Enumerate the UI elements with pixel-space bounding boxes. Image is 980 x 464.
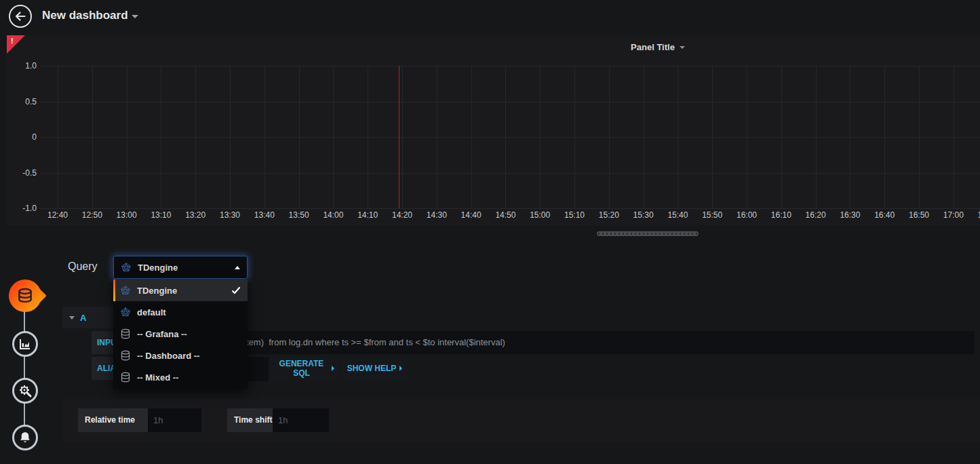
datasource-option-grafana[interactable]: -- Grafana -- bbox=[113, 323, 248, 345]
gridline-vertical bbox=[402, 66, 403, 208]
x-tick-label: 12:40 bbox=[47, 210, 68, 220]
generate-sql-button[interactable]: GENERATE SQL bbox=[271, 357, 338, 380]
x-tick-label: 14:10 bbox=[357, 210, 378, 220]
x-tick-label: 17:10 bbox=[978, 210, 980, 220]
database-icon bbox=[16, 287, 34, 305]
x-tick-label: 15:30 bbox=[633, 210, 654, 220]
show-help-button[interactable]: SHOW HELP bbox=[342, 357, 407, 380]
dashboard-title[interactable]: New dashboard bbox=[42, 9, 128, 22]
graph-panel: ! Panel Title 1.00.50-0.5-1.0 12:4012:50… bbox=[7, 35, 980, 225]
graph-icon bbox=[18, 337, 32, 351]
datasource-menu: TDengine default bbox=[113, 279, 248, 388]
gear-wrench-icon bbox=[18, 383, 33, 398]
relative-time-input[interactable] bbox=[148, 408, 201, 432]
tab-general-settings[interactable] bbox=[12, 378, 38, 404]
relative-time-label: Relative time bbox=[78, 408, 148, 432]
time-shift-label: Time shift bbox=[227, 408, 273, 432]
gridline-vertical bbox=[747, 66, 747, 208]
datasource-option-label: -- Grafana -- bbox=[137, 329, 187, 339]
x-tick-label: 14:00 bbox=[323, 210, 343, 220]
gridline-vertical bbox=[884, 66, 885, 208]
tab-alert[interactable] bbox=[12, 425, 38, 450]
gridline-vertical bbox=[678, 66, 678, 208]
show-help-label: SHOW HELP bbox=[347, 364, 397, 373]
x-tick-label: 13:30 bbox=[220, 210, 240, 220]
gridline-vertical bbox=[264, 66, 265, 208]
y-tick-label: 0.5 bbox=[25, 97, 37, 107]
x-tick-label: 14:20 bbox=[392, 210, 412, 220]
query-row-letter: A bbox=[80, 313, 86, 323]
gridline-vertical bbox=[574, 66, 575, 208]
datasource-option-label: -- Dashboard -- bbox=[137, 351, 199, 361]
gridline-vertical bbox=[127, 66, 128, 208]
panel-title-menu[interactable]: Panel Title bbox=[597, 40, 719, 54]
time-shift-input[interactable] bbox=[273, 408, 329, 432]
gridline-vertical bbox=[58, 66, 58, 208]
gridline-vertical bbox=[161, 66, 161, 208]
gridline-vertical bbox=[195, 66, 196, 208]
back-button[interactable] bbox=[9, 5, 32, 28]
plot-area[interactable] bbox=[41, 66, 980, 208]
active-tab-circle bbox=[9, 279, 41, 312]
tab-queries[interactable] bbox=[9, 279, 50, 313]
triangle-right-icon bbox=[399, 366, 402, 371]
datasource-option-mixed[interactable]: -- Mixed -- bbox=[113, 366, 248, 388]
x-axis-labels: 12:4012:5013:0013:1013:2013:3013:4013:50… bbox=[41, 210, 980, 223]
datasource-option-default[interactable]: default bbox=[113, 301, 248, 323]
x-tick-label: 13:20 bbox=[185, 210, 205, 220]
datasource-option-label: TDengine bbox=[137, 286, 177, 296]
chevron-down-icon bbox=[680, 46, 685, 49]
x-tick-label: 13:00 bbox=[117, 210, 137, 220]
input-sql-field[interactable]: tem) from log.dn where ts >= $from and t… bbox=[144, 331, 975, 354]
y-tick-label: -1.0 bbox=[22, 204, 37, 213]
panel-title: Panel Title bbox=[631, 42, 675, 52]
x-tick-label: 15:50 bbox=[702, 210, 722, 220]
database-icon bbox=[120, 350, 131, 361]
tdengine-logo-icon bbox=[120, 307, 131, 317]
datasource-select[interactable]: TDengine bbox=[113, 256, 248, 279]
datasource-option-label: default bbox=[137, 307, 166, 317]
horizontal-scrollbar-thumb[interactable] bbox=[597, 231, 699, 236]
y-tick-label: 1.0 bbox=[25, 61, 37, 71]
datasource-select-value: TDengine bbox=[138, 263, 178, 273]
datasource-option-dashboard[interactable]: -- Dashboard -- bbox=[113, 345, 248, 366]
x-tick-label: 16:00 bbox=[737, 210, 757, 220]
x-tick-label: 13:10 bbox=[151, 210, 171, 220]
gridline-vertical bbox=[471, 66, 472, 208]
gridline-vertical bbox=[712, 66, 713, 208]
x-tick-label: 15:00 bbox=[530, 210, 550, 220]
chevron-down-icon bbox=[69, 316, 75, 320]
gridline-vertical bbox=[92, 66, 93, 208]
check-icon bbox=[231, 286, 241, 294]
x-tick-label: 13:50 bbox=[289, 210, 309, 220]
chevron-down-icon[interactable] bbox=[132, 15, 138, 18]
error-icon: ! bbox=[11, 37, 14, 45]
x-tick-label: 14:40 bbox=[461, 210, 482, 220]
x-tick-label: 15:40 bbox=[667, 210, 688, 220]
datasource-option-tdengine[interactable]: TDengine bbox=[113, 279, 248, 301]
database-icon bbox=[120, 372, 131, 383]
gridline-horizontal bbox=[41, 102, 980, 102]
tab-visualization[interactable] bbox=[12, 331, 38, 357]
gridline-horizontal bbox=[41, 173, 980, 174]
grafana-app: New dashboard ! Panel Title 1.00.50-0.5-… bbox=[0, 0, 980, 464]
x-tick-label: 14:30 bbox=[427, 210, 447, 220]
gridline-vertical bbox=[781, 66, 782, 208]
gridline-vertical bbox=[333, 66, 334, 208]
gridline-vertical bbox=[850, 66, 850, 208]
chevron-up-icon bbox=[235, 266, 240, 269]
gridline-vertical bbox=[540, 66, 541, 208]
panel-error-corner[interactable]: ! bbox=[7, 35, 25, 54]
database-icon bbox=[120, 328, 131, 339]
gridline-horizontal bbox=[41, 137, 980, 138]
x-tick-label: 16:40 bbox=[874, 210, 895, 220]
gridline-vertical bbox=[816, 66, 817, 208]
x-tick-label: 17:00 bbox=[943, 210, 964, 220]
y-axis-labels: 1.00.50-0.5-1.0 bbox=[8, 66, 37, 208]
triangle-right-icon bbox=[332, 366, 334, 371]
y-tick-label: -0.5 bbox=[22, 168, 37, 178]
x-tick-label: 16:10 bbox=[771, 210, 791, 220]
x-tick-label: 13:40 bbox=[254, 210, 275, 220]
x-tick-label: 15:10 bbox=[564, 210, 585, 220]
gridline-vertical bbox=[230, 66, 231, 208]
